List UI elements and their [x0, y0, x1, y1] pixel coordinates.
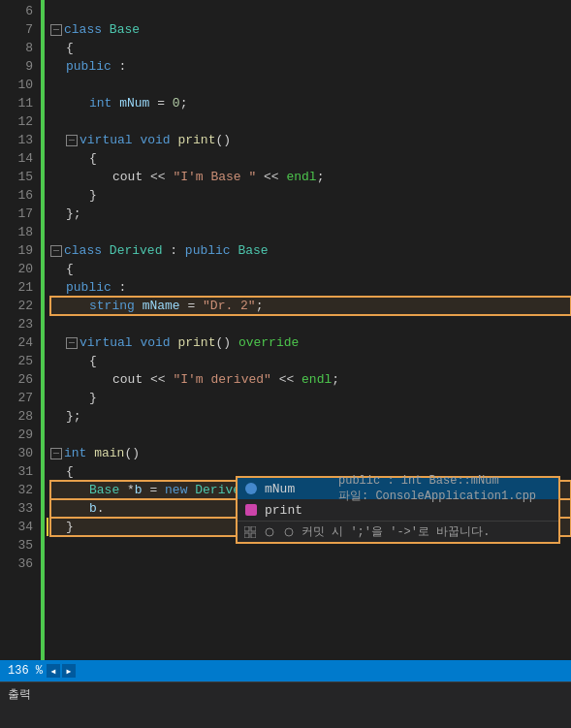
- svg-rect-2: [244, 533, 249, 538]
- line-num-30: 30: [0, 444, 33, 462]
- line-num-21: 21: [0, 278, 33, 297]
- line-num-31: 31: [0, 462, 33, 481]
- code-line-10: [50, 76, 571, 94]
- code-line-23: [50, 315, 571, 333]
- line-num-29: 29: [0, 426, 33, 444]
- svg-point-5: [285, 528, 293, 536]
- autocomplete-name-mnum: mNum: [265, 482, 323, 496]
- member-circle-icon: [245, 483, 257, 494]
- circle-icon-1: [263, 525, 276, 539]
- code-line-26: cout << "I'm derived" << endl;: [50, 370, 571, 389]
- svg-rect-3: [251, 533, 256, 538]
- code-line-18: [50, 223, 571, 241]
- member-icon: [243, 481, 259, 496]
- line-num-16: 16: [0, 186, 33, 205]
- code-line-20: {: [50, 260, 571, 278]
- type-base: Base: [110, 20, 140, 39]
- line-num-22: 22: [0, 297, 33, 315]
- collapse-icon-7[interactable]: —: [50, 24, 62, 36]
- zoom-level: 136 %: [8, 664, 43, 678]
- line-num-9: 9: [0, 57, 33, 76]
- code-line-9: public :: [50, 57, 571, 76]
- code-line-13: —virtual void print(): [50, 131, 571, 149]
- line-num-35: 35: [0, 536, 33, 554]
- autocomplete-footer-text: 커밋 시 ';'을 '->'로 바꿉니다.: [301, 523, 490, 540]
- autocomplete-footer: 커밋 시 ';'을 '->'로 바꿉니다.: [238, 521, 558, 542]
- collapse-icon-24[interactable]: —: [66, 337, 78, 349]
- line-num-6: 6: [0, 2, 33, 20]
- zoom-increase-button[interactable]: ▶: [62, 664, 76, 678]
- code-content: —class Base { public : int mNum = 0; —vi…: [47, 0, 571, 660]
- code-line-17: };: [50, 205, 571, 223]
- line-num-32: 32: [0, 481, 33, 499]
- code-line-27: }: [50, 389, 571, 407]
- autocomplete-name-print: print: [265, 503, 323, 518]
- print-box-icon: [245, 504, 257, 516]
- svg-rect-0: [244, 526, 249, 531]
- code-line-28: };: [50, 407, 571, 426]
- line-num-23: 23: [0, 315, 33, 333]
- circle-icon-2: [282, 525, 296, 539]
- print-icon: [243, 502, 259, 518]
- code-line-12: [50, 112, 571, 131]
- code-line-19: —class Derived : public Base: [50, 241, 571, 260]
- code-line-25: {: [50, 352, 571, 370]
- code-line-21: public :: [50, 278, 571, 297]
- line-num-7: 7: [0, 20, 33, 39]
- line-num-19: 19: [0, 241, 33, 260]
- svg-point-4: [266, 528, 273, 536]
- code-line-8: {: [50, 39, 571, 57]
- line-num-11: 11: [0, 94, 33, 112]
- green-bar: [41, 0, 45, 660]
- code-line-7: —class Base: [50, 20, 571, 39]
- line-num-13: 13: [0, 131, 33, 149]
- line-num-17: 17: [0, 205, 33, 223]
- autocomplete-desc-mnum-2: 파일: ConsoleApplication1.cpp: [338, 488, 536, 504]
- line-num-26: 26: [0, 370, 33, 389]
- line-num-14: 14: [0, 149, 33, 168]
- svg-rect-1: [251, 526, 256, 531]
- code-line-30: —int main(): [50, 444, 571, 462]
- code-line-36: [50, 554, 571, 573]
- autocomplete-desc-mnum-1: public : int Base::mNum: [338, 474, 536, 488]
- line-num-20: 20: [0, 260, 33, 278]
- line-num-25: 25: [0, 352, 33, 370]
- code-line-29: [50, 426, 571, 444]
- code-line-24: —virtual void print() override: [50, 333, 571, 352]
- status-bar: 136 % ◀ ▶: [0, 660, 571, 681]
- code-line-15: cout << "I'm Base " << endl;: [50, 168, 571, 186]
- editor-container: 6 7 8 9 10 11 12 13 14 15 16 17 18 19 20…: [0, 0, 571, 728]
- zoom-decrease-button[interactable]: ◀: [47, 664, 60, 678]
- line-num-12: 12: [0, 112, 33, 131]
- output-panel: 출력: [0, 681, 571, 728]
- line-num-15: 15: [0, 168, 33, 186]
- line-num-36: 36: [0, 554, 33, 573]
- output-label: 출력: [8, 688, 31, 702]
- autocomplete-item-mnum[interactable]: mNum public : int Base::mNum 파일: Console…: [238, 478, 558, 499]
- autocomplete-popup: mNum public : int Base::mNum 파일: Console…: [236, 476, 560, 544]
- line-num-28: 28: [0, 407, 33, 426]
- code-line-14: {: [50, 149, 571, 168]
- line-num-33: 33: [0, 499, 33, 518]
- line-num-18: 18: [0, 223, 33, 241]
- keyword-class-7: class: [64, 20, 102, 39]
- type-derived: Derived: [110, 241, 163, 260]
- collapse-icon-30[interactable]: —: [50, 448, 62, 459]
- line-num-34: 34: [0, 518, 33, 536]
- line-num-10: 10: [0, 76, 33, 94]
- line-num-27: 27: [0, 389, 33, 407]
- expand-icon: [243, 525, 257, 539]
- line-numbers: 6 7 8 9 10 11 12 13 14 15 16 17 18 19 20…: [0, 0, 41, 660]
- code-line-16: }: [50, 186, 571, 205]
- collapse-icon-19[interactable]: —: [50, 245, 62, 257]
- code-line-22: string mName = "Dr. 2";: [50, 297, 571, 315]
- line-num-24: 24: [0, 333, 33, 352]
- line-num-8: 8: [0, 39, 33, 57]
- collapse-icon-13[interactable]: —: [66, 135, 78, 146]
- code-area: 6 7 8 9 10 11 12 13 14 15 16 17 18 19 20…: [0, 0, 571, 660]
- yellow-indicator: [47, 518, 48, 536]
- status-arrows: ◀ ▶: [47, 664, 76, 678]
- code-line-6: [50, 2, 571, 20]
- code-line-11: int mNum = 0;: [50, 94, 571, 112]
